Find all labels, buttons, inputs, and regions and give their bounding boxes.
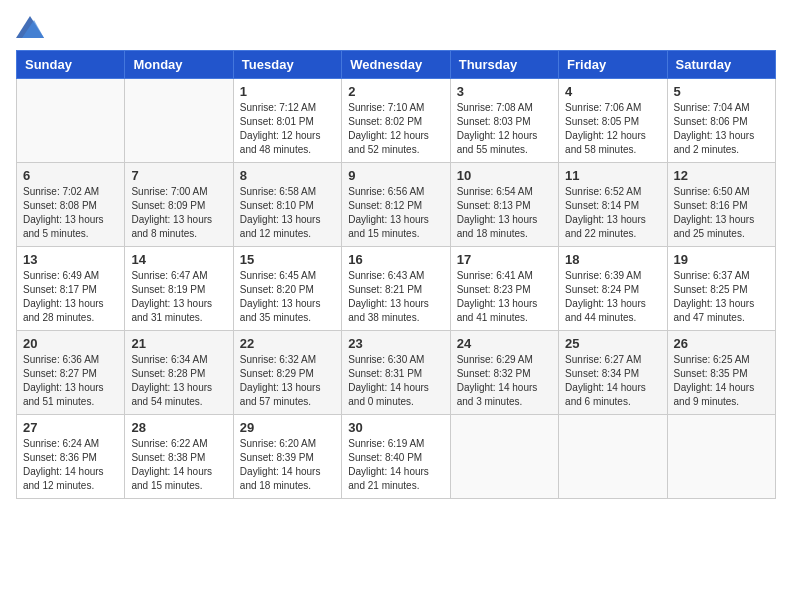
- calendar-cell: 6Sunrise: 7:02 AMSunset: 8:08 PMDaylight…: [17, 163, 125, 247]
- day-detail: Sunrise: 7:06 AMSunset: 8:05 PMDaylight:…: [565, 101, 660, 157]
- day-detail: Sunrise: 6:49 AMSunset: 8:17 PMDaylight:…: [23, 269, 118, 325]
- day-number: 8: [240, 168, 335, 183]
- weekday-header-row: SundayMondayTuesdayWednesdayThursdayFrid…: [17, 51, 776, 79]
- calendar-week-row: 20Sunrise: 6:36 AMSunset: 8:27 PMDayligh…: [17, 331, 776, 415]
- day-number: 17: [457, 252, 552, 267]
- calendar-cell: 13Sunrise: 6:49 AMSunset: 8:17 PMDayligh…: [17, 247, 125, 331]
- day-number: 9: [348, 168, 443, 183]
- day-number: 25: [565, 336, 660, 351]
- page-header: [16, 16, 776, 38]
- calendar-week-row: 27Sunrise: 6:24 AMSunset: 8:36 PMDayligh…: [17, 415, 776, 499]
- day-detail: Sunrise: 6:19 AMSunset: 8:40 PMDaylight:…: [348, 437, 443, 493]
- calendar-cell: [450, 415, 558, 499]
- weekday-header-saturday: Saturday: [667, 51, 775, 79]
- day-detail: Sunrise: 6:24 AMSunset: 8:36 PMDaylight:…: [23, 437, 118, 493]
- day-number: 21: [131, 336, 226, 351]
- day-number: 1: [240, 84, 335, 99]
- calendar-cell: 23Sunrise: 6:30 AMSunset: 8:31 PMDayligh…: [342, 331, 450, 415]
- day-detail: Sunrise: 6:47 AMSunset: 8:19 PMDaylight:…: [131, 269, 226, 325]
- day-detail: Sunrise: 6:56 AMSunset: 8:12 PMDaylight:…: [348, 185, 443, 241]
- calendar-cell: 24Sunrise: 6:29 AMSunset: 8:32 PMDayligh…: [450, 331, 558, 415]
- day-number: 4: [565, 84, 660, 99]
- calendar-cell: 19Sunrise: 6:37 AMSunset: 8:25 PMDayligh…: [667, 247, 775, 331]
- calendar-cell: 15Sunrise: 6:45 AMSunset: 8:20 PMDayligh…: [233, 247, 341, 331]
- calendar-cell: [667, 415, 775, 499]
- day-number: 14: [131, 252, 226, 267]
- day-number: 11: [565, 168, 660, 183]
- day-number: 7: [131, 168, 226, 183]
- day-detail: Sunrise: 6:43 AMSunset: 8:21 PMDaylight:…: [348, 269, 443, 325]
- day-detail: Sunrise: 7:00 AMSunset: 8:09 PMDaylight:…: [131, 185, 226, 241]
- calendar-cell: 17Sunrise: 6:41 AMSunset: 8:23 PMDayligh…: [450, 247, 558, 331]
- day-number: 19: [674, 252, 769, 267]
- day-number: 26: [674, 336, 769, 351]
- day-detail: Sunrise: 6:37 AMSunset: 8:25 PMDaylight:…: [674, 269, 769, 325]
- day-detail: Sunrise: 6:34 AMSunset: 8:28 PMDaylight:…: [131, 353, 226, 409]
- calendar-cell: 7Sunrise: 7:00 AMSunset: 8:09 PMDaylight…: [125, 163, 233, 247]
- day-detail: Sunrise: 6:39 AMSunset: 8:24 PMDaylight:…: [565, 269, 660, 325]
- calendar-cell: 2Sunrise: 7:10 AMSunset: 8:02 PMDaylight…: [342, 79, 450, 163]
- calendar-cell: 8Sunrise: 6:58 AMSunset: 8:10 PMDaylight…: [233, 163, 341, 247]
- calendar-cell: 22Sunrise: 6:32 AMSunset: 8:29 PMDayligh…: [233, 331, 341, 415]
- day-number: 10: [457, 168, 552, 183]
- day-detail: Sunrise: 6:54 AMSunset: 8:13 PMDaylight:…: [457, 185, 552, 241]
- calendar-cell: [559, 415, 667, 499]
- weekday-header-friday: Friday: [559, 51, 667, 79]
- weekday-header-sunday: Sunday: [17, 51, 125, 79]
- day-number: 5: [674, 84, 769, 99]
- calendar-cell: 20Sunrise: 6:36 AMSunset: 8:27 PMDayligh…: [17, 331, 125, 415]
- calendar-cell: [17, 79, 125, 163]
- day-number: 13: [23, 252, 118, 267]
- calendar-week-row: 6Sunrise: 7:02 AMSunset: 8:08 PMDaylight…: [17, 163, 776, 247]
- day-detail: Sunrise: 6:22 AMSunset: 8:38 PMDaylight:…: [131, 437, 226, 493]
- calendar-cell: 27Sunrise: 6:24 AMSunset: 8:36 PMDayligh…: [17, 415, 125, 499]
- calendar-cell: 10Sunrise: 6:54 AMSunset: 8:13 PMDayligh…: [450, 163, 558, 247]
- day-detail: Sunrise: 6:29 AMSunset: 8:32 PMDaylight:…: [457, 353, 552, 409]
- day-detail: Sunrise: 7:08 AMSunset: 8:03 PMDaylight:…: [457, 101, 552, 157]
- day-detail: Sunrise: 7:04 AMSunset: 8:06 PMDaylight:…: [674, 101, 769, 157]
- calendar-cell: 4Sunrise: 7:06 AMSunset: 8:05 PMDaylight…: [559, 79, 667, 163]
- weekday-header-thursday: Thursday: [450, 51, 558, 79]
- day-detail: Sunrise: 7:02 AMSunset: 8:08 PMDaylight:…: [23, 185, 118, 241]
- calendar-cell: 29Sunrise: 6:20 AMSunset: 8:39 PMDayligh…: [233, 415, 341, 499]
- logo-icon: [16, 16, 44, 38]
- calendar-cell: [125, 79, 233, 163]
- calendar-cell: 21Sunrise: 6:34 AMSunset: 8:28 PMDayligh…: [125, 331, 233, 415]
- weekday-header-tuesday: Tuesday: [233, 51, 341, 79]
- day-number: 18: [565, 252, 660, 267]
- day-number: 2: [348, 84, 443, 99]
- day-number: 27: [23, 420, 118, 435]
- day-number: 15: [240, 252, 335, 267]
- calendar-cell: 30Sunrise: 6:19 AMSunset: 8:40 PMDayligh…: [342, 415, 450, 499]
- day-number: 3: [457, 84, 552, 99]
- day-number: 6: [23, 168, 118, 183]
- calendar-week-row: 13Sunrise: 6:49 AMSunset: 8:17 PMDayligh…: [17, 247, 776, 331]
- day-detail: Sunrise: 6:45 AMSunset: 8:20 PMDaylight:…: [240, 269, 335, 325]
- day-detail: Sunrise: 6:20 AMSunset: 8:39 PMDaylight:…: [240, 437, 335, 493]
- logo: [16, 16, 48, 38]
- day-number: 20: [23, 336, 118, 351]
- calendar-cell: 12Sunrise: 6:50 AMSunset: 8:16 PMDayligh…: [667, 163, 775, 247]
- calendar-cell: 14Sunrise: 6:47 AMSunset: 8:19 PMDayligh…: [125, 247, 233, 331]
- weekday-header-monday: Monday: [125, 51, 233, 79]
- day-detail: Sunrise: 6:41 AMSunset: 8:23 PMDaylight:…: [457, 269, 552, 325]
- calendar-cell: 1Sunrise: 7:12 AMSunset: 8:01 PMDaylight…: [233, 79, 341, 163]
- weekday-header-wednesday: Wednesday: [342, 51, 450, 79]
- day-number: 23: [348, 336, 443, 351]
- day-detail: Sunrise: 6:52 AMSunset: 8:14 PMDaylight:…: [565, 185, 660, 241]
- day-number: 30: [348, 420, 443, 435]
- day-number: 16: [348, 252, 443, 267]
- calendar-cell: 25Sunrise: 6:27 AMSunset: 8:34 PMDayligh…: [559, 331, 667, 415]
- day-number: 12: [674, 168, 769, 183]
- day-detail: Sunrise: 6:25 AMSunset: 8:35 PMDaylight:…: [674, 353, 769, 409]
- calendar-cell: 18Sunrise: 6:39 AMSunset: 8:24 PMDayligh…: [559, 247, 667, 331]
- day-detail: Sunrise: 7:10 AMSunset: 8:02 PMDaylight:…: [348, 101, 443, 157]
- day-detail: Sunrise: 6:58 AMSunset: 8:10 PMDaylight:…: [240, 185, 335, 241]
- calendar-cell: 11Sunrise: 6:52 AMSunset: 8:14 PMDayligh…: [559, 163, 667, 247]
- day-detail: Sunrise: 6:27 AMSunset: 8:34 PMDaylight:…: [565, 353, 660, 409]
- day-detail: Sunrise: 7:12 AMSunset: 8:01 PMDaylight:…: [240, 101, 335, 157]
- calendar-cell: 9Sunrise: 6:56 AMSunset: 8:12 PMDaylight…: [342, 163, 450, 247]
- day-detail: Sunrise: 6:50 AMSunset: 8:16 PMDaylight:…: [674, 185, 769, 241]
- day-number: 28: [131, 420, 226, 435]
- day-detail: Sunrise: 6:32 AMSunset: 8:29 PMDaylight:…: [240, 353, 335, 409]
